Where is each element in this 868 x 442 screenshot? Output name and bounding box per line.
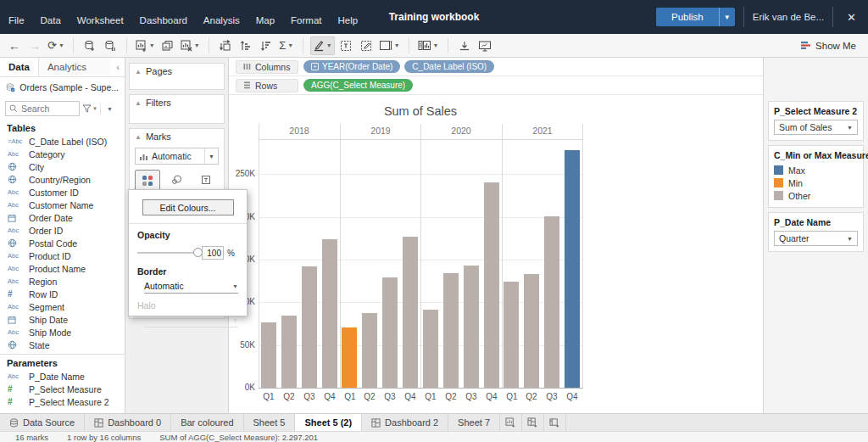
field-city[interactable]: City	[0, 160, 125, 173]
menu-map[interactable]: Map	[256, 15, 275, 25]
field-state[interactable]: State	[0, 338, 125, 351]
opacity-slider-handle[interactable]	[193, 248, 203, 257]
bar-2020-Q2[interactable]	[443, 273, 459, 388]
rows-shelf[interactable]: Rows AGG(C_Select Measure)	[229, 76, 763, 95]
bar-2021-Q4[interactable]	[565, 150, 580, 388]
field-c-date-label-iso-[interactable]: =AbcC_Date Label (ISO)	[0, 135, 125, 148]
presentation-mode-icon[interactable]	[476, 36, 494, 55]
swap-rows-columns-icon[interactable]	[216, 36, 235, 55]
field-ship-mode[interactable]: AbcShip Mode	[0, 326, 125, 338]
replay-button[interactable]: ⟳▼	[46, 36, 66, 55]
new-dashboard-tab-button[interactable]	[522, 414, 544, 431]
sort-ascending-icon[interactable]	[236, 36, 255, 55]
close-icon[interactable]: ✕	[842, 11, 861, 24]
clear-sheet-button[interactable]: ▼	[179, 36, 202, 55]
bar-2020-Q1[interactable]	[423, 310, 438, 388]
highlight-button[interactable]: ▼	[310, 36, 335, 55]
pages-card[interactable]: ▲Pages	[129, 63, 225, 90]
show-me-button[interactable]: Show Me	[800, 40, 863, 51]
field-ship-date[interactable]: Ship Date	[0, 313, 125, 326]
publish-button[interactable]: Publish ▼	[656, 8, 735, 26]
sort-descending-icon[interactable]	[257, 36, 275, 55]
bar-2021-Q1[interactable]	[504, 282, 519, 388]
pill-agg-select-measure[interactable]: AGG(C_Select Measure)	[303, 79, 413, 92]
collapse-chevron-icon[interactable]: ▲	[135, 133, 142, 141]
field-order-date[interactable]: Order Date	[0, 211, 125, 224]
totals-button[interactable]: Σ▼	[277, 36, 296, 55]
filter-fields-icon[interactable]: ▼	[82, 104, 97, 113]
legend-item-other[interactable]: Other	[774, 189, 858, 202]
pill-year-order-date[interactable]: + YEAR(Order Date)	[303, 60, 400, 73]
legend-item-min[interactable]: Min	[774, 176, 858, 189]
tab-analytics[interactable]: Analytics	[38, 58, 111, 76]
collapse-pane-icon[interactable]: ‹	[111, 62, 125, 72]
menu-help[interactable]: Help	[337, 15, 358, 25]
parameter-p-select-measure-2[interactable]: #P_Select Measure 2	[0, 395, 125, 408]
menu-analysis[interactable]: Analysis	[203, 15, 240, 25]
sheet-tab-data-source[interactable]: Data Source	[0, 414, 85, 431]
pill-c-date-label[interactable]: C_Date Label (ISO)	[404, 60, 494, 73]
bar-2019-Q2[interactable]	[362, 313, 377, 388]
bar-2018-Q2[interactable]	[281, 316, 297, 388]
bar-2021-Q3[interactable]	[544, 216, 559, 388]
bar-2021-Q2[interactable]	[524, 274, 539, 388]
bar-2018-Q4[interactable]	[322, 239, 337, 388]
field-segment[interactable]: AbcSegment	[0, 300, 125, 313]
redo-button[interactable]: →	[25, 36, 44, 55]
param2-select[interactable]: Sum of Sales ▼	[774, 120, 858, 135]
menu-format[interactable]: Format	[291, 15, 321, 25]
field-product-id[interactable]: AbcProduct ID	[0, 249, 125, 262]
field-row-id[interactable]: #Row ID	[0, 288, 125, 300]
menu-worksheet[interactable]: Worksheet	[77, 15, 124, 25]
dropdown-caret-icon[interactable]: ▼	[204, 148, 218, 164]
opacity-value-input[interactable]	[202, 246, 224, 260]
collapse-chevron-icon[interactable]: ▲	[135, 99, 142, 107]
bar-2018-Q1[interactable]	[261, 322, 276, 388]
new-story-tab-button[interactable]	[544, 414, 566, 431]
new-datasource-icon[interactable]	[81, 36, 99, 55]
bar-2019-Q1[interactable]	[342, 327, 357, 388]
show-hide-cards-button[interactable]: ▼	[416, 36, 441, 55]
field-postal-code[interactable]: Postal Code	[0, 237, 125, 249]
bar-2018-Q3[interactable]	[302, 266, 317, 388]
pause-updates-icon[interactable]	[101, 36, 120, 55]
mark-type-dropdown[interactable]: Automatic ▼	[135, 148, 219, 165]
parameter-p-select-measure[interactable]: #P_Select Measure	[0, 383, 125, 395]
new-worksheet-button[interactable]: ▼	[134, 36, 157, 55]
user-name[interactable]: Erik van de Be...	[753, 12, 824, 22]
bar-2020-Q4[interactable]	[484, 182, 499, 388]
format-icon[interactable]	[357, 36, 376, 55]
columns-shelf[interactable]: Columns + YEAR(Order Date) C_Date Label …	[229, 58, 763, 76]
field-order-id[interactable]: AbcOrder ID	[0, 224, 125, 237]
parameter-p-date-name[interactable]: AbcP_Date Name	[0, 370, 125, 383]
sheet-tab-bar-coloured[interactable]: Bar coloured	[171, 414, 243, 431]
date-param-select[interactable]: Quarter ▼	[774, 231, 858, 246]
new-worksheet-tab-button[interactable]	[500, 414, 522, 431]
tab-data[interactable]: Data	[0, 58, 38, 76]
edit-colours-button[interactable]: Edit Colours...	[142, 199, 234, 215]
duplicate-sheet-icon[interactable]	[159, 36, 177, 55]
bar-2019-Q4[interactable]	[403, 237, 418, 388]
opacity-slider[interactable]	[137, 252, 198, 254]
data-pane-menu-icon[interactable]: ▼	[100, 104, 116, 115]
publish-dropdown-caret-icon[interactable]: ▼	[719, 8, 735, 26]
download-icon[interactable]	[455, 36, 474, 55]
bar-2019-Q3[interactable]	[382, 277, 398, 388]
sheet-tab-dashboard-0[interactable]: Dashboard 0	[85, 414, 171, 431]
sheet-tab-sheet-5-2-[interactable]: Sheet 5 (2)	[295, 414, 362, 431]
filters-card[interactable]: ▲Filters	[129, 94, 225, 124]
field-country-region[interactable]: Country/Region	[0, 173, 125, 186]
bar-2020-Q3[interactable]	[464, 266, 479, 388]
field-customer-id[interactable]: AbcCustomer ID	[0, 186, 125, 199]
field-customer-name[interactable]: AbcCustomer Name	[0, 199, 125, 211]
publish-label[interactable]: Publish	[656, 8, 719, 26]
search-input[interactable]	[21, 104, 70, 114]
expand-icon[interactable]: +	[311, 63, 319, 70]
show-mark-labels-icon[interactable]	[337, 36, 355, 55]
undo-button[interactable]: ←	[5, 36, 24, 55]
sheet-tab-dashboard-2[interactable]: Dashboard 2	[362, 414, 448, 431]
sheet-tab-sheet-7[interactable]: Sheet 7	[448, 414, 500, 431]
sheet-tab-sheet-5[interactable]: Sheet 5	[244, 414, 296, 431]
menu-data[interactable]: Data	[41, 15, 61, 25]
menu-file[interactable]: File	[8, 15, 25, 25]
